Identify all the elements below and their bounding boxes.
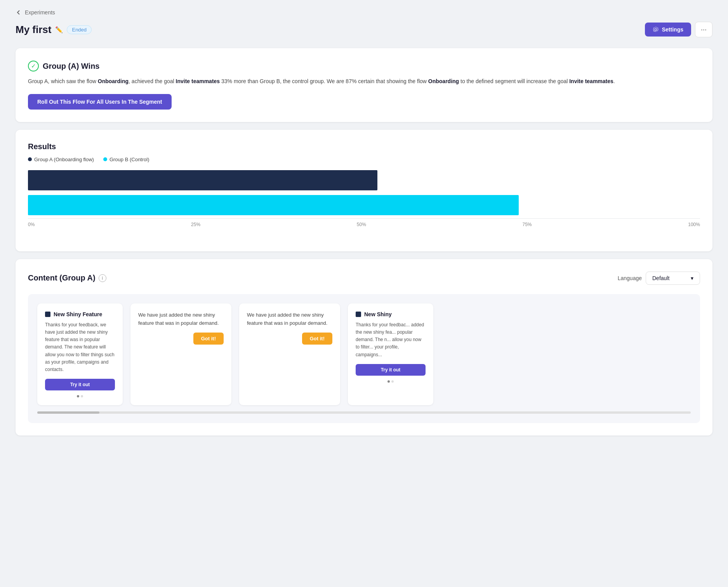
try-it-out-button-2[interactable]: Try it out (356, 364, 426, 376)
content-header: Content (Group A) i Language Default ▾ (28, 272, 700, 285)
more-options-button[interactable]: ··· (695, 22, 712, 37)
card-dots-4 (356, 380, 426, 383)
settings-label: Settings (662, 26, 683, 33)
flow-card-4-icon (356, 312, 361, 317)
back-label: Experiments (25, 9, 55, 16)
flow-card-4: New Shiny Thanks for your feedbac... add… (348, 303, 433, 405)
status-badge: Ended (67, 25, 92, 34)
info-icon[interactable]: i (99, 274, 106, 282)
flow-card-1-header: New Shiny Feature (45, 311, 115, 317)
content-title: Content (Group A) (28, 273, 96, 282)
page-header: My first ✏️ Ended Settings ··· (16, 22, 712, 37)
bar-group-a (28, 170, 377, 190)
flow-card-1-title: New Shiny Feature (54, 311, 102, 317)
dot-1-1 (77, 395, 79, 397)
dot-4-2 (391, 380, 394, 383)
bar-row-a (28, 170, 700, 190)
chart-legend: Group A (Onboarding flow) Group B (Contr… (28, 157, 700, 162)
page-title: My first (16, 24, 51, 36)
flow-card-2: We have just added the new shiny feature… (130, 303, 231, 405)
back-arrow-icon (16, 9, 22, 16)
axis-label-100: 100% (688, 222, 700, 227)
winner-header: ✓ Group (A) Wins (28, 61, 700, 71)
scroll-bar[interactable] (37, 411, 691, 414)
legend-group-a: Group A (Onboarding flow) (28, 157, 94, 162)
winner-check-icon: ✓ (28, 61, 39, 71)
content-card: Content (Group A) i Language Default ▾ N… (16, 259, 712, 435)
dot-4-1 (387, 380, 390, 383)
bar-group-b (28, 195, 519, 215)
axis-label-50: 50% (357, 222, 366, 227)
flows-scroll-area[interactable]: New Shiny Feature Thanks for your feedba… (28, 294, 700, 423)
content-title-row: Content (Group A) i (28, 273, 106, 282)
axis-label-25: 25% (191, 222, 200, 227)
got-it-button-1[interactable]: Got it! (193, 333, 224, 345)
flows-row: New Shiny Feature Thanks for your feedba… (37, 303, 691, 405)
results-card: Results Group A (Onboarding flow) Group … (16, 130, 712, 251)
header-left: My first ✏️ Ended (16, 24, 92, 36)
more-label: ··· (701, 26, 707, 33)
flow-card-3: We have just added the new shiny feature… (239, 303, 340, 405)
legend-dot-b (103, 157, 107, 161)
flow-card-1: New Shiny Feature Thanks for your feedba… (37, 303, 123, 405)
legend-dot-a (28, 157, 32, 161)
card-dots-1 (45, 395, 115, 397)
dot-1-2 (81, 395, 83, 397)
legend-label-b: Group B (Control) (109, 157, 149, 162)
scroll-thumb (37, 411, 99, 414)
flow-card-1-icon (45, 312, 50, 317)
got-it-button-2[interactable]: Got it! (302, 333, 332, 345)
legend-group-b: Group B (Control) (103, 157, 149, 162)
flow-card-1-text: Thanks for your feedback, we have just a… (45, 321, 115, 373)
axis-label-75: 75% (523, 222, 532, 227)
chevron-down-icon: ▾ (691, 275, 693, 281)
chart-area: 0% 25% 50% 75% 100% (28, 170, 700, 239)
settings-button[interactable]: Settings (645, 23, 691, 37)
language-dropdown[interactable]: Default ▾ (646, 272, 700, 285)
winner-card: ✓ Group (A) Wins Group A, which saw the … (16, 48, 712, 122)
winner-title: Group (A) Wins (43, 62, 99, 71)
chart-bars (28, 170, 700, 215)
back-navigation[interactable]: Experiments (16, 9, 712, 16)
winner-description: Group A, which saw the flow Onboarding, … (28, 77, 700, 86)
language-label: Language (618, 275, 642, 281)
axis-label-0: 0% (28, 222, 35, 227)
language-value: Default (652, 275, 669, 281)
legend-label-a: Group A (Onboarding flow) (34, 157, 94, 162)
header-right: Settings ··· (645, 22, 712, 37)
try-it-out-button-1[interactable]: Try it out (45, 379, 115, 390)
flow-card-4-title: New Shiny (364, 311, 392, 317)
flow-card-4-text: Thanks for your feedbac... added the new… (356, 321, 426, 359)
flow-card-3-text: We have just added the new shiny feature… (247, 311, 332, 327)
language-selector: Language Default ▾ (618, 272, 700, 285)
bar-row-b (28, 195, 700, 215)
edit-icon[interactable]: ✏️ (55, 26, 63, 33)
rollout-button[interactable]: Roll Out This Flow For All Users In The … (28, 94, 172, 110)
results-title: Results (28, 142, 700, 151)
flow-card-2-text: We have just added the new shiny feature… (138, 311, 224, 327)
chart-axis: 0% 25% 50% 75% 100% (28, 218, 700, 227)
settings-gear-icon (653, 26, 659, 33)
flow-card-4-header: New Shiny (356, 311, 426, 317)
